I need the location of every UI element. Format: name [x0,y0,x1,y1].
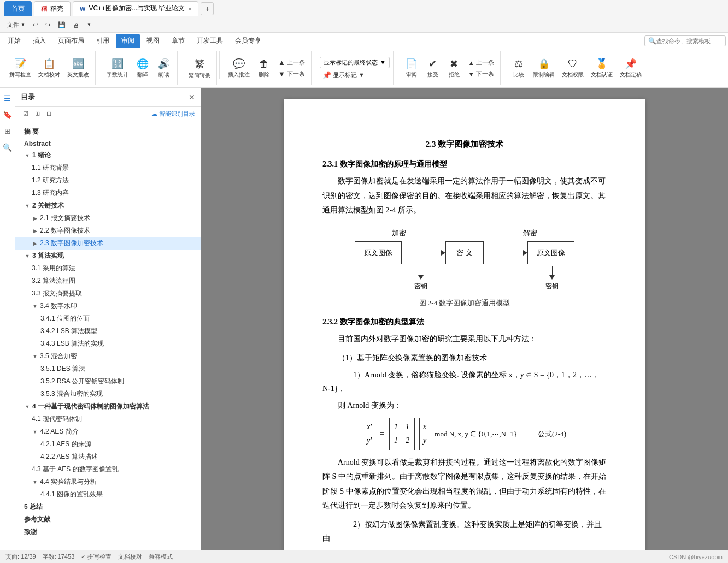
toc-item-1-1[interactable]: 1.1 研究背景 [15,162,201,174]
toc-collapse-all-button[interactable]: ⊟ [44,109,54,118]
reject-label: 拒绝 [449,71,460,79]
toc-item-3-4-3[interactable]: 3.4.3 LSB 算法的实现 [15,337,201,350]
toc-item-2-1[interactable]: ▶2.1 报文摘要技术 [15,212,201,224]
toc-item-thanks[interactable]: 致谢 [15,526,201,538]
tab-dev[interactable]: 开发工具 [191,34,228,48]
ribbon-search-box[interactable]: 🔍 [644,35,726,46]
toc-item-3-5[interactable]: ▼3.5 混合加密 [15,350,201,363]
spellcheck-status[interactable]: ✓ 拼写检查 [81,553,111,561]
accept-icon: ✔ [428,58,437,70]
engfix-button[interactable]: 🔤 英文批改 [64,56,92,80]
para2: 目前国内外对数字图像加密的研究主要采用以下几种方法： [322,332,607,347]
toc-item-4-2-1[interactable]: 4.2.1 AES 的来源 [15,438,201,451]
insert-comment-button[interactable]: 💬 插入批注 [225,56,253,80]
doc-fixed-button[interactable]: 📌 文档定稿 [617,56,644,80]
wordcount-button[interactable]: 🔢 字数统计 [104,56,131,80]
diagram: 加密 解密 原文图像 密 文 [322,227,607,292]
toc-item-2-2[interactable]: ▶2.2 数字图像技术 [15,224,201,237]
tab-insert[interactable]: 插入 [27,34,51,48]
toc-item-ch4[interactable]: ▼4 一种基于现代密码体制的图像加密算法 [15,400,201,413]
toc-item-3-4[interactable]: ▼3.4 数字水印 [15,300,201,312]
toc-item-3-5-1[interactable]: 3.5.1 DES 算法 [15,363,201,375]
accept-button[interactable]: ✔ 接受 [423,56,443,80]
doccheck-status[interactable]: 文档校对 [118,553,142,561]
print-button[interactable]: 🖨 [71,21,82,29]
toc-item-3-5-3[interactable]: 3.5.3 混合加密的实现 [15,388,201,400]
reject-button[interactable]: ✖ 拒绝 [444,56,464,80]
markup-state-dropdown[interactable]: 显示标记的最终状态 ▼ [320,57,390,68]
delete-label: 删除 [259,71,269,79]
delete-comment-button[interactable]: 🗑 删除 [254,57,274,80]
qa-dropdown[interactable]: ▼ [84,21,94,28]
tab-review[interactable]: 审阅 [116,34,140,48]
tab-reference[interactable]: 引用 [91,34,115,48]
doc-area[interactable]: 2.3 数字图像加密技术 2.3.1 数字图像加密的原理与通用模型 数字图像加密… [201,88,728,550]
left-vector: x' y' [363,418,375,449]
toc-check-button[interactable]: ☑ [21,109,31,118]
toc-item-abstract[interactable]: 摘 要 [15,126,201,138]
toc-item-ch1[interactable]: ▼1 绪论 [15,149,201,162]
toc-expand-all-button[interactable]: ⊞ [33,109,42,118]
next-comment-button[interactable]: ▼ 下一条 [275,69,308,79]
save-button[interactable]: 💾 [55,20,68,29]
translate-button[interactable]: 🌐 翻译 [133,56,152,80]
toc-item-4-4[interactable]: ▼4.4 实验结果与分析 [15,476,201,488]
tab-layout[interactable]: 页面布局 [52,34,90,48]
doccheck-button[interactable]: 📋 文档校对 [36,56,63,80]
redo-button[interactable]: ↪ [43,20,53,29]
compare-button[interactable]: ⚖ 比较 [509,56,529,80]
toc-item-references[interactable]: 参考文献 [15,513,201,526]
tab-start[interactable]: 开始 [2,34,26,48]
toc-item-4-3[interactable]: 4.3 基于 AES 的数字图像置乱 [15,463,201,476]
toc-item-3-2[interactable]: 3.2 算法流程图 [15,275,201,287]
para1: 数字图像加密就是在发送端采用一定的算法作用于一幅图像明文，使其变成不可识别的密文… [322,174,607,218]
toc-item-2-3[interactable]: ▶2.3 数字图像加密技术 [15,237,201,250]
toc-item-abstract-en[interactable]: Abstract [15,138,201,149]
toc-item-ch3[interactable]: ▼3 算法实现 [15,250,201,262]
tab-home[interactable]: 首页 [4,1,32,16]
toc-item-4-2[interactable]: ▼4.2 AES 简介 [15,425,201,438]
toc-item-ch2[interactable]: ▼2 关键技术 [15,199,201,212]
tts-button[interactable]: 🔊 朗读 [154,56,174,80]
show-markup-button[interactable]: 📌 显示标记 ▼ [320,70,390,80]
prev-track-button[interactable]: ▲ 上一条 [466,57,497,68]
toc-item-1-2[interactable]: 1.2 研究方法 [15,174,201,187]
file-menu-button[interactable]: 文件 ▼ [4,20,28,30]
toc-smart-button[interactable]: ☁ 智能识别目录 [151,110,195,118]
group-comment: 💬 插入批注 🗑 删除 ▲ 上一条 ▼ 下一条 [222,51,312,85]
tab-draft[interactable]: 稻 稻壳 [34,1,71,16]
toc-item-3-3[interactable]: 3.3 报文摘要提取 [15,287,201,300]
markup-arrow-icon: ▼ [359,72,365,78]
sidebar-icon-bookmark[interactable]: 🔖 [2,109,14,121]
doc-rights-button[interactable]: 🛡 文档权限 [559,57,586,80]
toc-close-button[interactable]: ✕ [189,93,195,102]
toc-content: 摘 要 Abstract ▼1 绪论 1.1 研究背景 1.2 研究方法 1.3… [15,121,201,550]
toc-item-ch5[interactable]: 5 总结 [15,501,201,513]
tab-vip[interactable]: 会员专享 [230,34,267,48]
doc-auth-button[interactable]: 🏅 文档认证 [588,56,615,80]
sidebar-icon-search[interactable]: 🔍 [2,141,14,153]
toc-item-3-4-2[interactable]: 3.4.2 LSB 算法模型 [15,325,201,337]
toc-item-4-2-2[interactable]: 4.2.2 AES 算法描述 [15,451,201,463]
tradsimp-button[interactable]: 繁 繁简转换 [186,56,213,81]
toc-item-4-4-1[interactable]: 4.4.1 图像的置乱效果 [15,488,201,501]
ribbon-search-input[interactable] [656,38,722,44]
toc-item-1-3[interactable]: 1.3 研究内容 [15,187,201,199]
add-tab-button[interactable]: + [201,2,214,15]
prev-comment-button[interactable]: ▲ 上一条 [275,57,308,68]
close-icon[interactable]: ● [188,5,191,11]
tab-chapter[interactable]: 章节 [166,34,190,48]
toc-item-3-5-2[interactable]: 3.5.2 RSA 公开密钥密码体制 [15,375,201,388]
tab-view[interactable]: 视图 [141,34,165,48]
sidebar-icon-nav[interactable]: ⊞ [2,125,14,137]
undo-button[interactable]: ↩ [30,20,40,29]
toc-item-4-1[interactable]: 4.1 现代密码体制 [15,413,201,425]
toc-item-3-4-1[interactable]: 3.4.1 位图的位面 [15,312,201,325]
tab-doc[interactable]: W VC++图像加密...与实现 毕业论文 ● [73,1,198,16]
review-button[interactable]: 📄 审阅 [402,56,421,80]
restrict-button[interactable]: 🔒 限制编辑 [530,56,557,80]
sidebar-icon-toc[interactable]: ☰ [2,92,14,104]
toc-item-3-1[interactable]: 3.1 采用的算法 [15,262,201,275]
next-track-button[interactable]: ▼ 下一条 [466,69,497,79]
spellcheck-button[interactable]: 📝 拼写检查 [7,56,34,80]
